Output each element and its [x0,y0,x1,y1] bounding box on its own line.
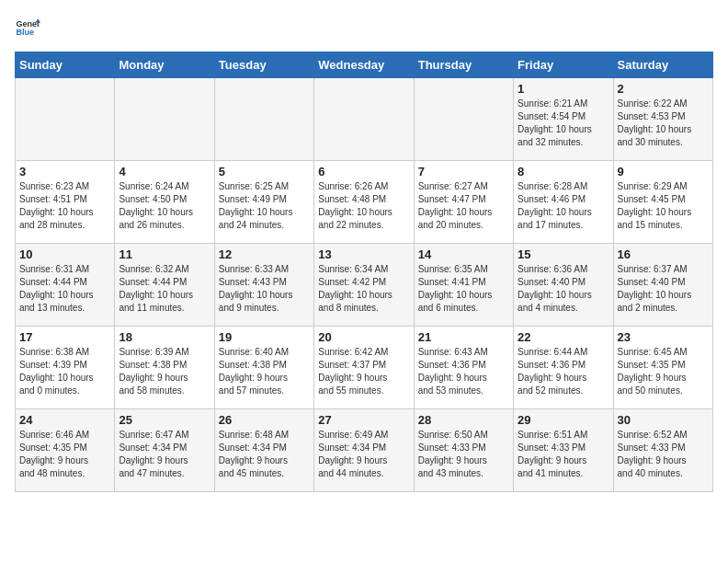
day-info: Sunrise: 6:40 AM Sunset: 4:38 PM Dayligh… [219,346,310,397]
day-number: 13 [318,247,409,261]
day-info: Sunrise: 6:29 AM Sunset: 4:45 PM Dayligh… [618,180,709,232]
logo: General Blue [15,15,44,40]
day-info: Sunrise: 6:38 AM Sunset: 4:39 PM Dayligh… [19,346,110,397]
day-number: 19 [219,330,310,344]
day-number: 29 [518,413,609,427]
day-number: 18 [119,330,210,344]
day-info: Sunrise: 6:31 AM Sunset: 4:44 PM Dayligh… [19,263,110,315]
day-info: Sunrise: 6:27 AM Sunset: 4:47 PM Dayligh… [418,180,509,232]
day-info: Sunrise: 6:33 AM Sunset: 4:43 PM Dayligh… [219,263,310,315]
day-cell: 21Sunrise: 6:43 AM Sunset: 4:36 PM Dayli… [414,327,513,409]
day-cell: 11Sunrise: 6:32 AM Sunset: 4:44 PM Dayli… [115,244,214,327]
day-cell: 24Sunrise: 6:46 AM Sunset: 4:35 PM Dayli… [16,409,115,492]
week-row-2: 3Sunrise: 6:23 AM Sunset: 4:51 PM Daylig… [16,161,713,244]
day-info: Sunrise: 6:36 AM Sunset: 4:40 PM Dayligh… [518,263,609,315]
day-cell: 18Sunrise: 6:39 AM Sunset: 4:38 PM Dayli… [115,327,214,409]
header: General Blue [15,15,713,40]
day-cell: 3Sunrise: 6:23 AM Sunset: 4:51 PM Daylig… [16,161,115,244]
day-info: Sunrise: 6:21 AM Sunset: 4:54 PM Dayligh… [518,98,609,149]
day-number: 8 [518,165,609,178]
day-cell: 25Sunrise: 6:47 AM Sunset: 4:34 PM Dayli… [115,409,214,492]
day-cell: 30Sunrise: 6:52 AM Sunset: 4:33 PM Dayli… [613,409,712,492]
day-info: Sunrise: 6:22 AM Sunset: 4:53 PM Dayligh… [618,98,709,149]
header-row: SundayMondayTuesdayWednesdayThursdayFrid… [16,52,713,78]
day-cell: 10Sunrise: 6:31 AM Sunset: 4:44 PM Dayli… [16,244,115,327]
day-cell: 14Sunrise: 6:35 AM Sunset: 4:41 PM Dayli… [414,244,513,327]
day-info: Sunrise: 6:52 AM Sunset: 4:33 PM Dayligh… [618,429,709,480]
day-info: Sunrise: 6:26 AM Sunset: 4:48 PM Dayligh… [318,180,409,232]
day-number: 7 [418,165,509,178]
day-cell: 9Sunrise: 6:29 AM Sunset: 4:45 PM Daylig… [613,161,712,244]
day-cell: 4Sunrise: 6:24 AM Sunset: 4:50 PM Daylig… [115,161,214,244]
day-cell [314,78,414,161]
week-row-4: 17Sunrise: 6:38 AM Sunset: 4:39 PM Dayli… [16,327,713,409]
day-number: 5 [219,165,310,178]
day-cell: 5Sunrise: 6:25 AM Sunset: 4:49 PM Daylig… [214,161,313,244]
day-cell: 16Sunrise: 6:37 AM Sunset: 4:40 PM Dayli… [613,244,712,327]
day-header-friday: Friday [514,52,613,78]
svg-text:Blue: Blue [16,28,34,37]
day-info: Sunrise: 6:35 AM Sunset: 4:41 PM Dayligh… [418,263,509,315]
day-cell: 15Sunrise: 6:36 AM Sunset: 4:40 PM Dayli… [514,244,613,327]
logo-icon: General Blue [15,15,40,40]
day-info: Sunrise: 6:32 AM Sunset: 4:44 PM Dayligh… [119,263,210,315]
day-cell [414,78,513,161]
day-cell [16,78,115,161]
day-number: 10 [19,247,110,261]
day-info: Sunrise: 6:48 AM Sunset: 4:34 PM Dayligh… [219,429,310,480]
day-cell: 19Sunrise: 6:40 AM Sunset: 4:38 PM Dayli… [214,327,313,409]
day-cell [214,78,313,161]
day-number: 4 [119,165,210,178]
day-header-wednesday: Wednesday [314,52,414,78]
day-cell: 7Sunrise: 6:27 AM Sunset: 4:47 PM Daylig… [414,161,513,244]
day-number: 15 [518,247,609,261]
day-info: Sunrise: 6:25 AM Sunset: 4:49 PM Dayligh… [219,180,310,232]
day-number: 9 [618,165,709,178]
day-number: 22 [518,330,609,344]
day-cell: 6Sunrise: 6:26 AM Sunset: 4:48 PM Daylig… [314,161,414,244]
day-info: Sunrise: 6:42 AM Sunset: 4:37 PM Dayligh… [318,346,409,397]
day-number: 24 [19,413,110,427]
day-header-monday: Monday [115,52,214,78]
day-number: 16 [618,247,709,261]
day-cell: 2Sunrise: 6:22 AM Sunset: 4:53 PM Daylig… [613,78,712,161]
day-info: Sunrise: 6:37 AM Sunset: 4:40 PM Dayligh… [618,263,709,315]
day-info: Sunrise: 6:51 AM Sunset: 4:33 PM Dayligh… [518,429,609,480]
day-number: 6 [318,165,409,178]
day-number: 14 [418,247,509,261]
day-number: 20 [318,330,409,344]
week-row-3: 10Sunrise: 6:31 AM Sunset: 4:44 PM Dayli… [16,244,713,327]
day-number: 17 [19,330,110,344]
day-number: 21 [418,330,509,344]
week-row-5: 24Sunrise: 6:46 AM Sunset: 4:35 PM Dayli… [16,409,713,492]
day-info: Sunrise: 6:44 AM Sunset: 4:36 PM Dayligh… [518,346,609,397]
day-info: Sunrise: 6:43 AM Sunset: 4:36 PM Dayligh… [418,346,509,397]
day-cell: 12Sunrise: 6:33 AM Sunset: 4:43 PM Dayli… [214,244,313,327]
day-number: 30 [618,413,709,427]
day-number: 1 [518,82,609,96]
day-number: 2 [618,82,709,96]
day-number: 11 [119,247,210,261]
day-number: 28 [418,413,509,427]
day-info: Sunrise: 6:24 AM Sunset: 4:50 PM Dayligh… [119,180,210,232]
day-header-thursday: Thursday [414,52,513,78]
day-header-saturday: Saturday [613,52,712,78]
calendar-table: SundayMondayTuesdayWednesdayThursdayFrid… [15,52,713,492]
day-cell: 26Sunrise: 6:48 AM Sunset: 4:34 PM Dayli… [214,409,313,492]
day-cell: 23Sunrise: 6:45 AM Sunset: 4:35 PM Dayli… [613,327,712,409]
day-info: Sunrise: 6:46 AM Sunset: 4:35 PM Dayligh… [19,429,110,480]
day-info: Sunrise: 6:34 AM Sunset: 4:42 PM Dayligh… [318,263,409,315]
day-info: Sunrise: 6:49 AM Sunset: 4:34 PM Dayligh… [318,429,409,480]
day-cell: 28Sunrise: 6:50 AM Sunset: 4:33 PM Dayli… [414,409,513,492]
day-info: Sunrise: 6:28 AM Sunset: 4:46 PM Dayligh… [518,180,609,232]
day-info: Sunrise: 6:47 AM Sunset: 4:34 PM Dayligh… [119,429,210,480]
day-cell: 8Sunrise: 6:28 AM Sunset: 4:46 PM Daylig… [514,161,613,244]
day-cell: 17Sunrise: 6:38 AM Sunset: 4:39 PM Dayli… [16,327,115,409]
day-number: 12 [219,247,310,261]
day-info: Sunrise: 6:50 AM Sunset: 4:33 PM Dayligh… [418,429,509,480]
day-cell [115,78,214,161]
day-number: 27 [318,413,409,427]
day-number: 26 [219,413,310,427]
day-number: 23 [618,330,709,344]
day-info: Sunrise: 6:39 AM Sunset: 4:38 PM Dayligh… [119,346,210,397]
